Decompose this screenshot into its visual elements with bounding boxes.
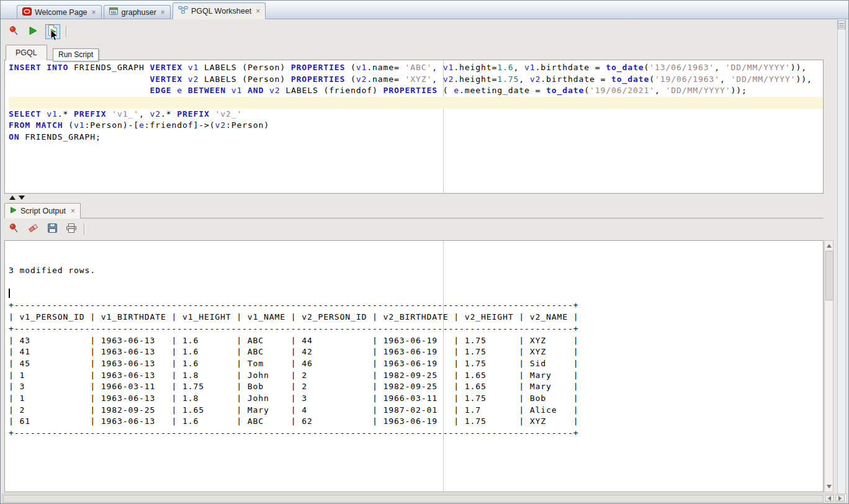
tab-label: PGQL Worksheet — [191, 7, 251, 16]
run-small-icon — [10, 207, 17, 215]
collapse-down-icon[interactable] — [19, 196, 25, 200]
output-line-2 — [9, 254, 823, 266]
script-output-toolbar — [7, 220, 85, 238]
output-line-16: | 61 | 1963-06-13 | 1.6 | ABC | 62 | 196… — [9, 416, 823, 428]
output-text: 3 modified rows. +----------------------… — [5, 241, 823, 439]
tab-script-output[interactable]: Script Output × — [4, 203, 81, 218]
scroll-up-icon[interactable] — [827, 244, 832, 248]
graph-worksheet-icon — [178, 6, 188, 16]
output-line-13: | 3 | 1966-03-11 | 1.75 | Bob | 2 | 1982… — [9, 381, 823, 393]
output-tab-row: Script Output × — [4, 203, 824, 218]
clear-button[interactable] — [26, 222, 40, 236]
tab-label: Script Output — [20, 207, 66, 215]
close-icon[interactable]: × — [256, 7, 260, 15]
pin-button[interactable] — [7, 25, 20, 38]
script-output-area[interactable]: 3 modified rows. +----------------------… — [4, 240, 824, 492]
editor-list-button[interactable] — [838, 20, 845, 29]
eraser-icon — [28, 223, 38, 236]
run-icon — [29, 26, 38, 38]
app-window: Welcome Page × SQL graphuser × PGQL Work… — [0, 0, 849, 504]
code-text[interactable]: INSERT INTO FRIENDS_GRAPH VERTEX v1 LABE… — [5, 60, 823, 143]
output-line-11: | 45 | 1963-06-13 | 1.6 | Tom | 46 | 196… — [9, 358, 823, 370]
output-line-7: | v1_PERSON_ID | v1_BIRTHDATE | v1_HEIGH… — [9, 312, 823, 323]
right-gutter — [837, 19, 846, 493]
svg-text:SQL: SQL — [110, 11, 117, 14]
print-button[interactable] — [65, 222, 78, 236]
run-button[interactable] — [26, 25, 40, 38]
code-line-4[interactable] — [9, 97, 823, 109]
tab-pgql-worksheet[interactable]: PGQL Worksheet × — [173, 2, 266, 19]
text-caret — [9, 289, 10, 298]
document-tab-bar: Welcome Page × SQL graphuser × PGQL Work… — [1, 1, 848, 19]
save-button[interactable] — [45, 222, 59, 236]
sql-worksheet-icon: SQL — [109, 7, 119, 17]
code-line-5[interactable]: SELECT v1.* PREFIX 'v1_', v2.* PREFIX 'v… — [9, 109, 823, 120]
output-line-4 — [9, 277, 823, 289]
output-line-17: +---------------------------------------… — [9, 428, 823, 439]
code-editor[interactable]: INSERT INTO FRIENDS_GRAPH VERTEX v1 LABE… — [4, 60, 824, 194]
scroll-left-button[interactable] — [825, 495, 834, 502]
scroll-left-icon — [828, 496, 831, 501]
output-line-14: | 1 | 1963-06-13 | 1.8 | John | 3 | 1966… — [9, 393, 823, 405]
output-line-5 — [9, 289, 823, 300]
output-vertical-scrollbar[interactable] — [824, 240, 833, 492]
code-line-6[interactable]: FROM MATCH (v1:Person)-[e:friendof]->(v2… — [9, 120, 823, 132]
close-icon[interactable]: × — [71, 207, 75, 215]
printer-icon — [66, 223, 76, 235]
tab-label: Welcome Page — [35, 8, 88, 17]
scroll-right-icon — [838, 496, 842, 501]
code-line-1[interactable]: INSERT INTO FRIENDS_GRAPH VERTEX v1 LABE… — [9, 62, 823, 74]
code-line-2[interactable]: VERTEX v2 LABELS (Person) PROPERTIES (v2… — [9, 74, 823, 86]
pin-icon — [9, 223, 19, 236]
toolbar-separator — [66, 26, 67, 37]
output-line-10: | 41 | 1963-06-13 | 1.6 | ABC | 42 | 196… — [9, 346, 823, 358]
pin-icon — [9, 25, 19, 38]
close-icon[interactable]: × — [161, 9, 165, 16]
output-line-6: +---------------------------------------… — [9, 300, 823, 312]
tab-pgql[interactable]: PGQL — [6, 45, 47, 60]
scroll-down-icon[interactable] — [827, 485, 832, 488]
run-script-tooltip: Run Script — [53, 48, 99, 61]
mouse-cursor — [50, 29, 58, 44]
output-line-1 — [9, 242, 823, 254]
horizontal-scrollbar[interactable] — [2, 493, 847, 503]
oracle-logo-icon — [22, 7, 32, 17]
output-line-8: +---------------------------------------… — [9, 323, 823, 335]
output-line-15: | 2 | 1982-09-25 | 1.65 | Mary | 4 | 198… — [9, 405, 823, 416]
output-line-9: | 43 | 1963-06-13 | 1.6 | ABC | 44 | 196… — [9, 335, 823, 347]
scroll-right-button[interactable] — [835, 495, 845, 502]
tab-graphuser[interactable]: SQL graphuser × — [104, 5, 171, 19]
output-line-3: 3 modified rows. — [9, 265, 823, 277]
tab-label: graphuser — [122, 8, 156, 17]
panel-splitter[interactable] — [9, 196, 25, 200]
toolbar-separator — [84, 223, 85, 235]
close-icon[interactable]: × — [92, 9, 96, 16]
scrollbar-thumb[interactable] — [3, 495, 824, 503]
save-icon — [48, 223, 57, 235]
output-line-12: | 1 | 1963-06-13 | 1.8 | John | 2 | 1982… — [9, 370, 823, 382]
tab-welcome-page[interactable]: Welcome Page × — [17, 5, 102, 19]
pin-output-button[interactable] — [7, 222, 20, 236]
code-line-7[interactable]: ON FRIENDS_GRAPH; — [9, 132, 823, 143]
code-line-3[interactable]: EDGE e BETWEEN v1 AND v2 LABELS (friendo… — [9, 85, 823, 97]
collapse-up-icon[interactable] — [9, 196, 16, 200]
scrollbar-thumb[interactable] — [825, 251, 833, 300]
